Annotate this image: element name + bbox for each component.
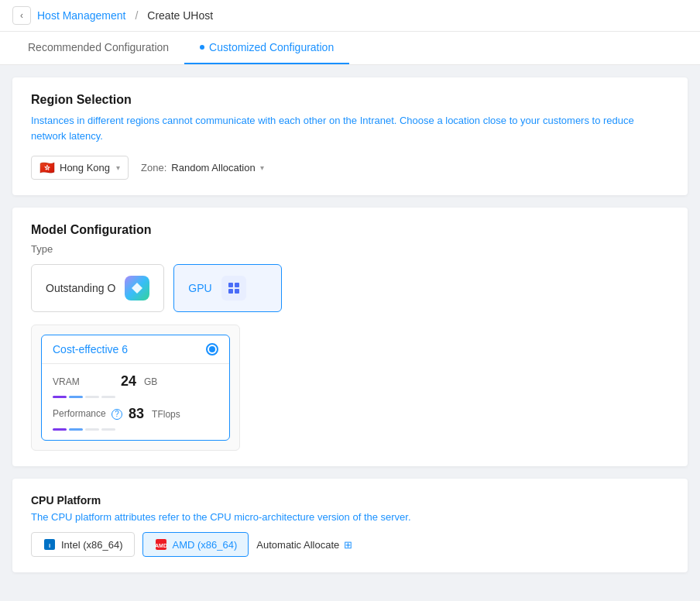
info-icon[interactable]: ? xyxy=(112,409,122,420)
vram-value: 24 xyxy=(121,373,136,390)
region-row: 🇭🇰 Hong Kong ▾ Zone: Random Allocation ▾ xyxy=(31,156,669,180)
page-title: Create UHost xyxy=(147,9,213,22)
intel-label: Intel (x86_64) xyxy=(61,539,123,551)
type-card-gpu[interactable]: GPU xyxy=(173,264,282,312)
amd-icon: AMD xyxy=(154,537,168,551)
intel-icon: i xyxy=(43,537,57,551)
perf-bar-2 xyxy=(69,428,83,431)
tab-recommended[interactable]: Recommended Configuration xyxy=(12,32,184,64)
perf-bar-1 xyxy=(53,428,67,431)
svg-text:AMD: AMD xyxy=(155,543,167,548)
cpu-platform-card: CPU Platform The CPU platform attributes… xyxy=(12,479,688,572)
vram-unit: GB xyxy=(144,376,157,387)
grid-icon xyxy=(221,276,246,300)
performance-label: Performance ? xyxy=(53,408,122,420)
auto-allocate[interactable]: Automatic Allocate ⊞ xyxy=(256,539,352,551)
tab-recommended-label: Recommended Configuration xyxy=(28,41,169,53)
tab-active-dot xyxy=(200,45,204,50)
amd-label: AMD (x86_64) xyxy=(173,539,238,551)
region-card-title: Region Selection xyxy=(31,93,669,107)
breadcrumb-link[interactable]: Host Management xyxy=(37,9,125,22)
zone-select[interactable]: Random Allocation ▾ xyxy=(171,162,263,173)
svg-rect-1 xyxy=(235,283,239,287)
bar-1 xyxy=(53,396,67,398)
svg-text:i: i xyxy=(49,542,50,549)
region-card: Region Selection Instances in different … xyxy=(12,77,688,195)
radio-dot xyxy=(209,346,215,352)
sub-card-body: VRAM 24 GB Performance ? xyxy=(42,364,229,440)
region-select[interactable]: 🇭🇰 Hong Kong ▾ xyxy=(31,156,129,180)
region-flag: 🇭🇰 xyxy=(39,160,55,175)
platform-intel-btn[interactable]: i Intel (x86_64) xyxy=(31,532,135,557)
region-value: Hong Kong xyxy=(60,162,110,173)
perf-bar-4 xyxy=(101,428,115,431)
model-card-title: Model Configuration xyxy=(31,223,669,237)
zone-label: Zone: xyxy=(141,162,166,173)
external-link-icon: ⊞ xyxy=(344,539,352,551)
breadcrumb-separator: / xyxy=(135,9,138,22)
cpu-section-title: CPU Platform xyxy=(31,494,669,507)
region-card-subtitle: Instances in different regions cannot co… xyxy=(31,113,669,143)
type-outstanding-label: Outstanding O xyxy=(46,282,115,294)
kite-icon xyxy=(125,276,149,300)
sub-card-header: Cost-effective 6 xyxy=(42,335,229,364)
perf-bar-3 xyxy=(85,428,99,431)
tabs-bar: Recommended Configuration Customized Con… xyxy=(0,32,700,65)
performance-spec-row: Performance ? 83 TFlops xyxy=(53,406,218,422)
type-card-outstanding[interactable]: Outstanding O xyxy=(31,264,164,312)
zone-row: Zone: Random Allocation ▾ xyxy=(141,162,264,173)
tab-customized[interactable]: Customized Configuration xyxy=(184,32,349,64)
bar-3 xyxy=(85,396,99,398)
type-label: Type xyxy=(31,243,669,255)
vram-spec-row: VRAM 24 GB xyxy=(53,373,218,390)
svg-rect-3 xyxy=(235,289,239,294)
performance-unit: TFlops xyxy=(152,409,180,420)
vram-label: VRAM xyxy=(53,376,115,387)
zone-value: Random Allocation xyxy=(171,162,255,173)
sub-card-title: Cost-effective 6 xyxy=(53,343,128,355)
type-gpu-label: GPU xyxy=(188,282,211,294)
platform-buttons: i Intel (x86_64) AMD AMD (x86_64) Automa… xyxy=(31,532,669,557)
auto-allocate-label: Automatic Allocate xyxy=(256,539,339,551)
top-bar: ‹ Host Management / Create UHost Recomme… xyxy=(0,0,700,65)
model-card: Model Configuration Type Outstanding O G… xyxy=(12,208,688,466)
type-cards: Outstanding O GPU xyxy=(31,264,669,312)
back-button[interactable]: ‹ xyxy=(12,6,31,25)
vram-bars xyxy=(53,396,218,398)
performance-value: 83 xyxy=(129,406,144,422)
sub-card-cost-effective[interactable]: Cost-effective 6 VRAM 24 GB xyxy=(41,335,230,441)
svg-rect-0 xyxy=(228,283,233,287)
bar-2 xyxy=(69,396,83,398)
sub-cards-container: Cost-effective 6 VRAM 24 GB xyxy=(31,325,240,451)
tab-customized-label: Customized Configuration xyxy=(209,41,334,53)
performance-bars xyxy=(53,428,218,431)
main-content: Region Selection Instances in different … xyxy=(0,65,700,585)
platform-amd-btn[interactable]: AMD AMD (x86_64) xyxy=(142,532,249,557)
radio-selected-icon xyxy=(206,343,218,355)
zone-chevron-icon: ▾ xyxy=(260,163,264,172)
cpu-section-desc: The CPU platform attributes refer to the… xyxy=(31,511,669,523)
bar-4 xyxy=(101,396,115,398)
svg-rect-2 xyxy=(228,289,233,294)
chevron-down-icon: ▾ xyxy=(116,163,120,172)
